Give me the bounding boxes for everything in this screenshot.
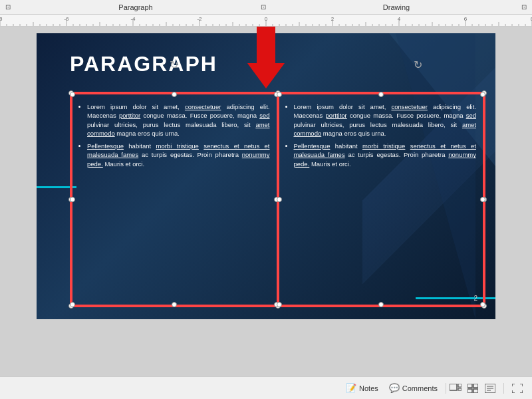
textbox-right-content: Lorem ipsum dolor sit amet, consectetuer… (286, 102, 477, 168)
statusbar-sep-2 (503, 383, 504, 394)
handle-left-ml[interactable] (70, 197, 75, 202)
textbox-right[interactable]: Lorem ipsum dolor sit amet, consectetuer… (278, 93, 485, 306)
toolbar-drawing-collapse[interactable]: ⊡ (521, 3, 527, 11)
handle-left-tl[interactable] (70, 92, 75, 97)
svg-rect-5 (467, 389, 472, 393)
svg-rect-4 (473, 384, 478, 388)
handle-right-mr[interactable] (480, 197, 485, 202)
handle-right-br[interactable] (480, 302, 485, 307)
main-area: PARAGRAPH ↻ ↻ (0, 27, 532, 376)
handle-right-bl[interactable] (277, 302, 282, 307)
view-reading-icon[interactable] (483, 382, 497, 395)
svg-rect-0 (450, 384, 457, 390)
view-normal-icon[interactable] (449, 382, 462, 395)
comments-icon: 💬 (389, 383, 400, 393)
toolbar-paragraph-label: Paragraph (118, 3, 152, 11)
statusbar-sep-1 (446, 383, 446, 394)
handle-left-bl[interactable] (70, 302, 75, 307)
textbox-left-content: Lorem ipsum dolor sit amet, consectetuer… (79, 102, 270, 168)
svg-rect-6 (473, 389, 478, 393)
statusbar: 📝 Notes 💬 Comments (0, 376, 532, 399)
rotate-icon-left[interactable]: ↻ (170, 59, 178, 71)
toolbar-paragraph-section: ⊡ Paragraph ⊡ (5, 3, 266, 11)
list-item-left-2: Pellentesque habitant morbi tristique se… (87, 142, 270, 168)
fit-screen-icon[interactable] (511, 382, 524, 395)
handle-right-tm[interactable] (378, 92, 384, 97)
toolbar-drawing-label: Drawing (383, 3, 410, 11)
toolbar: ⊡ Paragraph ⊡ Drawing ⊡ (0, 0, 532, 15)
notes-label: Notes (359, 384, 378, 392)
ruler (0, 15, 532, 27)
handle-left-tm[interactable] (172, 92, 177, 97)
toolbar-drawing-section: Drawing ⊡ (266, 3, 527, 11)
handle-right-tr[interactable] (480, 92, 485, 97)
statusbar-right-icons (449, 382, 524, 395)
comments-label: Comments (402, 384, 438, 392)
handle-left-bm[interactable] (172, 302, 177, 307)
svg-rect-3 (467, 384, 472, 388)
svg-rect-2 (458, 388, 462, 390)
comments-button[interactable]: 💬 Comments (384, 380, 443, 396)
list-item-right-2: Pellentesque habitant morbi tristique se… (294, 142, 477, 168)
notes-button[interactable]: 📝 Notes (340, 380, 384, 396)
handle-right-tl[interactable] (277, 92, 282, 97)
toolbar-collapse-left[interactable]: ⊡ (5, 3, 11, 11)
handle-right-ml[interactable] (277, 197, 282, 202)
slide-title: PARAGRAPH (70, 52, 217, 76)
list-item-right-1: Lorem ipsum dolor sit amet, consectetuer… (294, 102, 477, 138)
textboxes-wrapper: Lorem ipsum dolor sit amet, consectetuer… (70, 92, 485, 307)
rotate-icon-right[interactable]: ↻ (414, 59, 422, 71)
textbox-left[interactable]: Lorem ipsum dolor sit amet, consectetuer… (71, 93, 278, 306)
page-number: 2 (473, 295, 477, 302)
toolbar-collapse-right[interactable]: ⊡ (261, 3, 266, 11)
view-grid-icon[interactable] (466, 382, 479, 395)
notes-icon: 📝 (346, 383, 356, 393)
list-item-left-1: Lorem ipsum dolor sit amet, consectetuer… (87, 102, 270, 138)
svg-rect-1 (458, 384, 462, 387)
red-arrow (247, 27, 285, 88)
handle-right-bm[interactable] (378, 302, 384, 307)
